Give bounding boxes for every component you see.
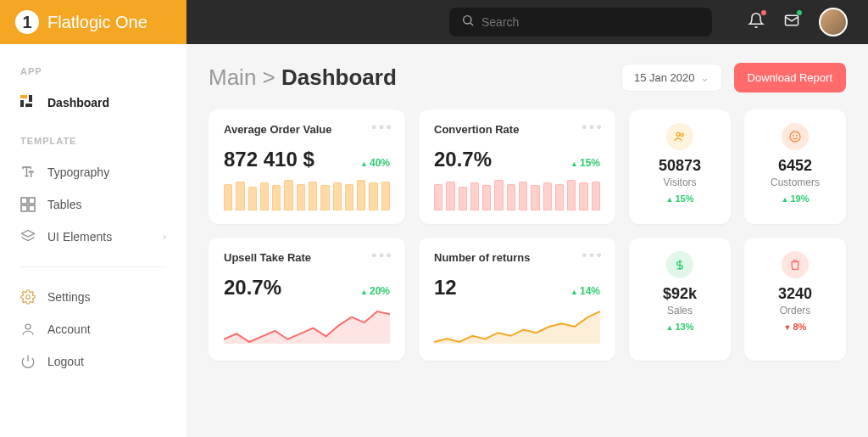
kpi-sparkline [224, 308, 390, 344]
kpi-card-upsell: ●●● Upsell Take Rate 20.7% ▲20% [209, 238, 405, 361]
date-picker[interactable]: 15 Jan 2020 ⌄ [621, 64, 722, 92]
dashboard-icon [20, 95, 36, 110]
breadcrumb-sep: > [263, 64, 275, 90]
breadcrumb-parent: Main [209, 64, 256, 90]
sidebar-item-account[interactable]: Account [0, 313, 186, 345]
notifications-icon[interactable] [748, 12, 765, 32]
sidebar-item-label: Dashboard [47, 96, 109, 109]
stat-card-visitors: 50873 Visitors ▲15% [629, 109, 731, 224]
power-icon [20, 354, 36, 369]
sidebar-item-ui-elements[interactable]: UI Elements › [0, 221, 186, 253]
svg-point-20 [790, 132, 800, 142]
topbar: 1 Flatlogic One [0, 0, 868, 44]
stat-value: 50873 [637, 157, 722, 175]
kpi-delta: ▲40% [360, 157, 390, 169]
svg-rect-5 [20, 100, 24, 107]
kpi-value: 20.7% [434, 148, 492, 171]
card-menu-icon[interactable]: ●●● [371, 121, 393, 132]
kpi-value: 12 [434, 276, 457, 300]
sidebar-item-label: Settings [47, 290, 91, 304]
dollar-icon [666, 251, 693, 278]
brand-logo: 1 [15, 10, 39, 34]
svg-rect-11 [29, 198, 35, 204]
date-value: 15 Jan 2020 [634, 71, 695, 84]
sidebar-item-label: Logout [47, 355, 84, 368]
sidebar-item-settings[interactable]: Settings [0, 281, 186, 313]
card-menu-icon[interactable]: ●●● [581, 249, 604, 260]
notification-dot [761, 10, 766, 15]
kpi-title: Upsell Take Rate [224, 251, 390, 264]
kpi-value: 20.7% [224, 276, 281, 300]
kpi-sparkline [434, 308, 600, 344]
sidebar-item-typography[interactable]: Typography [0, 156, 186, 188]
svg-point-22 [797, 135, 798, 136]
chevron-down-icon: ⌄ [700, 71, 709, 84]
smile-icon [782, 123, 809, 150]
avatar[interactable] [819, 8, 848, 36]
brand[interactable]: 1 Flatlogic One [0, 0, 186, 44]
sidebar-section-template: TEMPLATE [0, 129, 186, 156]
breadcrumb: Main > Dashboard [209, 64, 397, 91]
kpi-card-returns: ●●● Number of returns 12 ▲14% [419, 238, 615, 361]
kpi-title: Average Order Value [224, 123, 390, 136]
main-content: Main > Dashboard 15 Jan 2020 ⌄ Download … [186, 44, 868, 437]
stat-delta: ▼8% [753, 322, 837, 332]
typography-icon [20, 165, 36, 180]
svg-marker-14 [22, 231, 35, 238]
kpi-card-conversion: ●●● Convertion Rate 20.7% ▲15% [419, 109, 615, 224]
svg-point-15 [26, 295, 31, 300]
sidebar: APP Dashboard TEMPLATE Typography Tables… [0, 44, 186, 437]
tables-icon [20, 197, 36, 212]
card-menu-icon[interactable]: ●●● [371, 249, 393, 260]
svg-line-1 [470, 23, 473, 25]
gear-icon [20, 289, 36, 305]
sidebar-item-label: UI Elements [47, 230, 112, 244]
svg-point-16 [25, 324, 31, 329]
topbar-actions [727, 0, 868, 44]
sidebar-item-logout[interactable]: Logout [0, 345, 186, 378]
stat-delta: ▲19% [753, 193, 837, 204]
sidebar-item-dashboard[interactable]: Dashboard [0, 87, 186, 119]
page-header: Main > Dashboard 15 Jan 2020 ⌄ Download … [209, 63, 846, 92]
card-menu-icon[interactable]: ●●● [581, 121, 604, 132]
search-box[interactable] [449, 8, 712, 36]
stat-card-orders: 3240 Orders ▼8% [744, 238, 846, 361]
stat-label: Orders [753, 305, 837, 317]
stat-delta: ▲13% [637, 322, 722, 332]
kpi-value: 872 410 $ [224, 148, 314, 171]
layers-icon [20, 229, 36, 244]
kpi-delta: ▲20% [360, 285, 390, 297]
sidebar-divider [20, 266, 166, 267]
svg-rect-13 [29, 205, 35, 211]
kpi-card-avg-order: ●●● Average Order Value 872 410 $ ▲40% [209, 109, 405, 224]
sidebar-item-tables[interactable]: Tables [0, 188, 186, 221]
sidebar-item-label: Typography [47, 165, 109, 179]
kpi-delta: ▲14% [570, 285, 600, 297]
topbar-center [186, 0, 727, 44]
stat-card-sales: $92k Sales ▲13% [629, 238, 731, 361]
sidebar-item-label: Account [47, 322, 91, 336]
stat-value: $92k [637, 285, 722, 303]
kpi-sparkbars [224, 180, 390, 210]
stat-label: Sales [637, 305, 722, 317]
stat-delta: ▲15% [637, 193, 722, 204]
kpi-sparkbars [434, 180, 600, 210]
svg-rect-3 [20, 95, 27, 98]
cards-grid: ●●● Average Order Value 872 410 $ ▲40% ●… [209, 109, 846, 361]
breadcrumb-current: Dashboard [281, 64, 397, 90]
svg-point-21 [793, 135, 794, 136]
download-report-button[interactable]: Download Report [734, 63, 846, 92]
kpi-title: Convertion Rate [434, 123, 600, 136]
stat-value: 3240 [753, 285, 837, 303]
search-icon [461, 14, 475, 31]
kpi-delta: ▲15% [570, 157, 600, 169]
svg-point-19 [681, 133, 683, 136]
chevron-right-icon: › [163, 231, 166, 243]
users-icon [666, 123, 693, 150]
mail-dot [797, 10, 802, 15]
mail-icon[interactable] [783, 12, 800, 32]
svg-rect-4 [29, 95, 32, 102]
search-input[interactable] [481, 15, 700, 29]
stat-card-customers: 6452 Customers ▲19% [744, 109, 846, 224]
svg-rect-10 [21, 198, 27, 204]
